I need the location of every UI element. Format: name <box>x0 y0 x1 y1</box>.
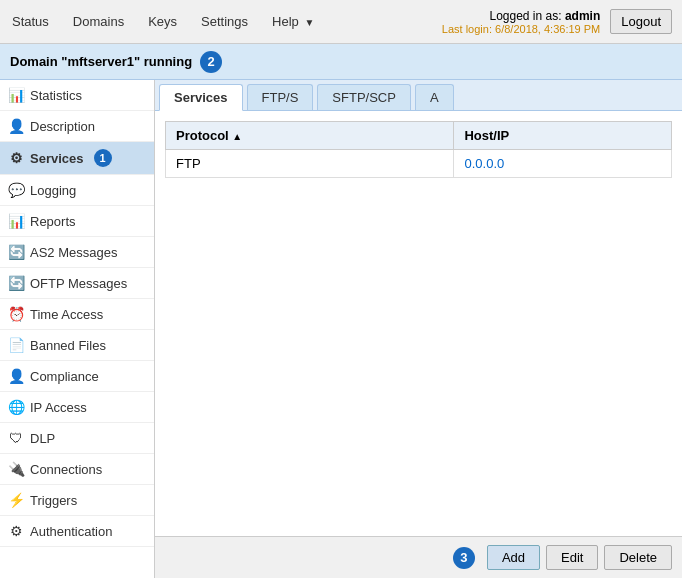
services-badge: 1 <box>94 149 112 167</box>
edit-button[interactable]: Edit <box>546 545 598 570</box>
sidebar-label-dlp: DLP <box>30 431 55 446</box>
reports-icon: 📊 <box>8 213 24 229</box>
tab-more[interactable]: A <box>415 84 454 110</box>
sidebar-label-time-access: Time Access <box>30 307 103 322</box>
nav-help[interactable]: Help ▼ <box>270 9 316 34</box>
sidebar-item-services[interactable]: ⚙ Services 1 <box>0 142 154 175</box>
nav-keys[interactable]: Keys <box>146 9 179 34</box>
sidebar-label-as2: AS2 Messages <box>30 245 117 260</box>
sidebar-item-banned-files[interactable]: 📄 Banned Files <box>0 330 154 361</box>
col-hostip[interactable]: Host/IP <box>454 122 672 150</box>
sidebar: 📊 Statistics 👤 Description ⚙ Services 1 … <box>0 80 155 578</box>
table-header-row: Protocol ▲ Host/IP <box>166 122 672 150</box>
main-layout: 📊 Statistics 👤 Description ⚙ Services 1 … <box>0 80 682 578</box>
sidebar-label-banned-files: Banned Files <box>30 338 106 353</box>
nav-settings[interactable]: Settings <box>199 9 250 34</box>
sidebar-item-logging[interactable]: 💬 Logging <box>0 175 154 206</box>
sidebar-label-triggers: Triggers <box>30 493 77 508</box>
add-button[interactable]: Add <box>487 545 540 570</box>
help-dropdown-arrow: ▼ <box>304 17 314 28</box>
table-row[interactable]: FTP 0.0.0.0 <box>166 150 672 178</box>
sidebar-label-compliance: Compliance <box>30 369 99 384</box>
sidebar-label-logging: Logging <box>30 183 76 198</box>
col-protocol[interactable]: Protocol ▲ <box>166 122 454 150</box>
sidebar-item-reports[interactable]: 📊 Reports <box>0 206 154 237</box>
nav-status[interactable]: Status <box>10 9 51 34</box>
domain-badge: 2 <box>200 51 222 73</box>
services-table-area: Protocol ▲ Host/IP FTP 0.0.0.0 <box>155 111 682 536</box>
logging-icon: 💬 <box>8 182 24 198</box>
cell-hostip: 0.0.0.0 <box>454 150 672 178</box>
logout-button[interactable]: Logout <box>610 9 672 34</box>
tab-sftp-scp[interactable]: SFTP/SCP <box>317 84 411 110</box>
banned-files-icon: 📄 <box>8 337 24 353</box>
sidebar-item-as2-messages[interactable]: 🔄 AS2 Messages <box>0 237 154 268</box>
sidebar-item-triggers[interactable]: ⚡ Triggers <box>0 485 154 516</box>
content-area: Services FTP/S SFTP/SCP A Protocol ▲ Hos… <box>155 80 682 578</box>
login-info: Logged in as: admin Last login: 6/8/2018… <box>442 9 600 35</box>
triggers-icon: ⚡ <box>8 492 24 508</box>
ip-access-icon: 🌐 <box>8 399 24 415</box>
sidebar-item-statistics[interactable]: 📊 Statistics <box>0 80 154 111</box>
sidebar-label-authentication: Authentication <box>30 524 112 539</box>
authentication-icon: ⚙ <box>8 523 24 539</box>
sidebar-item-description[interactable]: 👤 Description <box>0 111 154 142</box>
oftp-icon: 🔄 <box>8 275 24 291</box>
connections-icon: 🔌 <box>8 461 24 477</box>
statistics-icon: 📊 <box>8 87 24 103</box>
last-login: Last login: 6/8/2018, 4:36:19 PM <box>442 23 600 35</box>
sidebar-item-compliance[interactable]: 👤 Compliance <box>0 361 154 392</box>
compliance-icon: 👤 <box>8 368 24 384</box>
time-access-icon: ⏰ <box>8 306 24 322</box>
sidebar-item-ip-access[interactable]: 🌐 IP Access <box>0 392 154 423</box>
tab-ftps[interactable]: FTP/S <box>247 84 314 110</box>
tab-bar: Services FTP/S SFTP/SCP A <box>155 80 682 111</box>
as2-icon: 🔄 <box>8 244 24 260</box>
button-bar: 3 Add Edit Delete <box>155 536 682 578</box>
login-section: Logged in as: admin Last login: 6/8/2018… <box>442 9 672 35</box>
button-badge: 3 <box>453 547 475 569</box>
sidebar-label-description: Description <box>30 119 95 134</box>
delete-button[interactable]: Delete <box>604 545 672 570</box>
sidebar-item-dlp[interactable]: 🛡 DLP <box>0 423 154 454</box>
logged-in-prefix: Logged in as: <box>489 9 564 23</box>
cell-protocol: FTP <box>166 150 454 178</box>
login-user-line: Logged in as: admin <box>442 9 600 23</box>
sidebar-label-statistics: Statistics <box>30 88 82 103</box>
sidebar-label-services: Services <box>30 151 84 166</box>
nav-domains[interactable]: Domains <box>71 9 126 34</box>
dlp-icon: 🛡 <box>8 430 24 446</box>
sort-asc-icon: ▲ <box>232 131 242 142</box>
sidebar-label-ip-access: IP Access <box>30 400 87 415</box>
sidebar-item-authentication[interactable]: ⚙ Authentication <box>0 516 154 547</box>
sidebar-item-time-access[interactable]: ⏰ Time Access <box>0 299 154 330</box>
description-icon: 👤 <box>8 118 24 134</box>
nav-links: Status Domains Keys Settings Help ▼ <box>10 9 316 34</box>
top-navigation: Status Domains Keys Settings Help ▼ Logg… <box>0 0 682 44</box>
username: admin <box>565 9 600 23</box>
domain-title: Domain "mftserver1" running <box>10 54 192 69</box>
domain-bar: Domain "mftserver1" running 2 <box>0 44 682 80</box>
services-icon: ⚙ <box>8 150 24 166</box>
sidebar-item-connections[interactable]: 🔌 Connections <box>0 454 154 485</box>
sidebar-item-oftp-messages[interactable]: 🔄 OFTP Messages <box>0 268 154 299</box>
tab-services[interactable]: Services <box>159 84 243 111</box>
sidebar-label-connections: Connections <box>30 462 102 477</box>
sidebar-label-oftp: OFTP Messages <box>30 276 127 291</box>
services-table: Protocol ▲ Host/IP FTP 0.0.0.0 <box>165 121 672 178</box>
sidebar-label-reports: Reports <box>30 214 76 229</box>
